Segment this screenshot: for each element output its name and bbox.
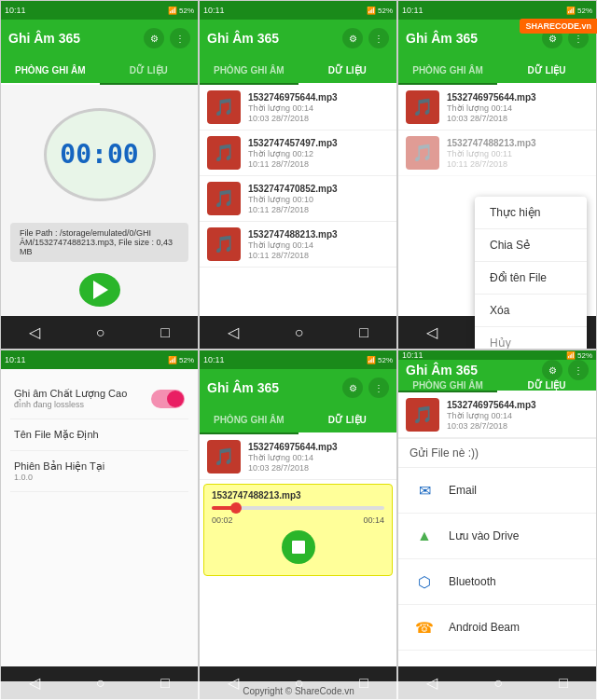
progress-knob[interactable] xyxy=(230,502,242,514)
app-title-6: Ghi Âm 365 xyxy=(406,363,478,377)
more-icon-5[interactable]: ⋮ xyxy=(368,377,389,398)
stop-button[interactable] xyxy=(282,530,315,564)
file-date: 10:03 28/7/2018 xyxy=(447,421,589,431)
share-email-label: Email xyxy=(449,484,477,497)
list-item[interactable]: 🎵 1532747488213.mp3 Thời lượng 00:14 10:… xyxy=(200,222,396,268)
home-btn-5[interactable]: ○ xyxy=(285,671,313,695)
timer-display: 00:00 xyxy=(60,139,138,170)
panel-settings: 10:11 📶 52% Ghi âm Chất Lượng Cao đỉnh đ… xyxy=(0,350,199,700)
total-time: 00:14 xyxy=(363,515,384,525)
tab-record-1[interactable]: PHÒNG GHI ÂM xyxy=(1,57,100,85)
recent-btn-1[interactable]: □ xyxy=(151,321,179,345)
status-bar-1: 10:11 📶 52% xyxy=(1,1,198,20)
context-cancel[interactable]: Hủy xyxy=(475,327,587,349)
back-btn-4[interactable]: ◁ xyxy=(20,670,49,695)
current-time: 00:02 xyxy=(212,515,233,525)
more-icon[interactable]: ⋮ xyxy=(170,28,190,48)
panel-context: 10:11 📶 52% Ghi Âm 365 ⚙ ⋮ PHÒNG GHI ÂM … xyxy=(397,0,597,350)
beam-icon: ☎ xyxy=(411,614,437,640)
file-details: 1532746975644.mp3 Thời lượng 00:14 10:03… xyxy=(248,442,389,473)
recent-btn-5[interactable]: □ xyxy=(350,671,378,695)
file-meta: Thời lượng 00:12 xyxy=(248,149,389,158)
home-btn-4[interactable]: ○ xyxy=(87,671,115,695)
settings-item-filename[interactable]: Tên File Mặc Định xyxy=(10,419,188,451)
bluetooth-icon: ⬡ xyxy=(411,569,437,595)
back-btn-5[interactable]: ◁ xyxy=(218,670,248,695)
list-item[interactable]: 🎵 1532746975644.mp3 Thời lượng 00:14 10:… xyxy=(200,85,396,130)
header-icons-3: ⚙ ⋮ xyxy=(542,28,589,48)
list-item[interactable]: 🎵 1532746975644.mp3 Thời lượng 00:14 10:… xyxy=(200,434,396,480)
home-btn-2[interactable]: ○ xyxy=(285,321,313,345)
context-delete[interactable]: Xóa xyxy=(475,295,587,327)
tab-record-5[interactable]: PHÒNG GHI ÂM xyxy=(200,406,298,434)
recent-btn-2[interactable]: □ xyxy=(350,321,378,345)
share-beam[interactable]: ☎ Android Beam xyxy=(398,605,596,651)
list-item[interactable]: 🎵 1532746975644.mp3 Thời lượng 00:14 10:… xyxy=(398,85,596,130)
settings-icon-2[interactable]: ⚙ xyxy=(342,28,363,48)
file-name: 1532747457497.mp3 xyxy=(248,138,389,148)
settings-icon[interactable]: ⚙ xyxy=(144,28,164,48)
progress-bar[interactable] xyxy=(212,506,384,510)
settings-label-filename: Tên File Mặc Định xyxy=(14,429,99,441)
file-name: 1532747470852.mp3 xyxy=(248,184,389,194)
share-email[interactable]: ✉ Email xyxy=(398,468,596,514)
recent-btn-6[interactable]: □ xyxy=(549,671,577,695)
settings-item-quality: Ghi âm Chất Lượng Cao đỉnh đang lossless xyxy=(10,378,188,419)
tab-data-2[interactable]: DỮ LIỆU xyxy=(298,57,397,85)
back-btn-2[interactable]: ◁ xyxy=(218,320,248,345)
panel-playing: 10:11 📶 52% Ghi Âm 365 ⚙ ⋮ PHÒNG GHI ÂM … xyxy=(199,350,397,700)
context-rename[interactable]: Đổi tên File xyxy=(475,262,587,295)
file-details: 1532747488213.mp3 Thời lượng 00:14 10:11… xyxy=(248,229,389,260)
header-icons-5: ⚙ ⋮ xyxy=(342,377,389,398)
play-button[interactable] xyxy=(79,273,120,307)
app-header-6: Ghi Âm 365 ⚙ ⋮ xyxy=(398,360,596,380)
file-meta: Thời lượng 00:11 xyxy=(447,149,589,158)
more-icon-3[interactable]: ⋮ xyxy=(568,28,589,48)
share-drive-label: Lưu vào Drive xyxy=(449,529,519,542)
avatar: 🎵 xyxy=(406,90,439,124)
back-btn-6[interactable]: ◁ xyxy=(417,670,447,695)
context-menu: Thực hiện Chia Sẻ Đổi tên File Xóa Hủy xyxy=(475,197,587,349)
settings-item-version: Phiên Bản Hiện Tại 1.0.0 xyxy=(10,451,188,492)
file-list-5: 🎵 1532746975644.mp3 Thời lượng 00:14 10:… xyxy=(200,434,396,699)
tab-record-3[interactable]: PHÒNG GHI ÂM xyxy=(398,57,497,85)
settings-icon-3[interactable]: ⚙ xyxy=(542,28,562,48)
file-details: 1532746975644.mp3 Thời lượng 00:14 10:03… xyxy=(447,400,589,431)
app-header-2: Ghi Âm 365 ⚙ ⋮ xyxy=(200,20,396,57)
context-play[interactable]: Thực hiện xyxy=(475,197,587,229)
app-title-2: Ghi Âm 365 xyxy=(207,31,279,46)
nav-bar-1: ◁ ○ □ xyxy=(1,316,198,349)
tab-data-1[interactable]: DỮ LIỆU xyxy=(100,57,199,85)
settings-icon-5[interactable]: ⚙ xyxy=(342,377,363,398)
nav-bar-5: ◁ ○ □ xyxy=(200,666,396,699)
tab-data-5[interactable]: DỮ LIỆU xyxy=(298,406,397,434)
tab-data-3[interactable]: DỮ LIỆU xyxy=(497,57,596,85)
list-item[interactable]: 🎵 1532747470852.mp3 Thời lượng 00:10 10:… xyxy=(200,176,396,222)
more-icon-6[interactable]: ⋮ xyxy=(568,360,589,380)
home-btn-6[interactable]: ○ xyxy=(484,671,512,695)
back-btn-3[interactable]: ◁ xyxy=(417,320,447,345)
status-bar-2: 10:11 📶 52% xyxy=(200,1,396,20)
back-btn-1[interactable]: ◁ xyxy=(20,320,49,345)
drive-icon: ▲ xyxy=(411,523,437,549)
home-btn-1[interactable]: ○ xyxy=(87,321,115,345)
file-list-2: 🎵 1532746975644.mp3 Thời lượng 00:14 10:… xyxy=(200,85,396,349)
share-bluetooth[interactable]: ⬡ Bluetooth xyxy=(398,559,596,605)
recent-btn-4[interactable]: □ xyxy=(151,671,179,695)
status-icons-5: 📶 52% xyxy=(367,356,393,364)
nav-bar-4: ◁ ○ □ xyxy=(1,666,198,699)
file-list-3: 🎵 1532746975644.mp3 Thời lượng 00:14 10:… xyxy=(398,85,596,349)
tab-data-6[interactable]: DỮ LIỆU xyxy=(497,380,596,392)
settings-icon-6[interactable]: ⚙ xyxy=(542,360,562,380)
quality-toggle[interactable] xyxy=(151,390,185,408)
list-item[interactable]: 🎵 1532747488213.mp3 Thời lượng 00:11 10:… xyxy=(398,130,596,176)
playing-item[interactable]: 1532747488213.mp3 00:02 00:14 xyxy=(203,484,393,576)
context-share[interactable]: Chia Sẻ xyxy=(475,229,587,262)
list-item[interactable]: 🎵 1532747457497.mp3 Thời lượng 00:12 10:… xyxy=(200,130,396,176)
share-drive[interactable]: ▲ Lưu vào Drive xyxy=(398,514,596,559)
tab-record-6[interactable]: PHÒNG GHI ÂM xyxy=(398,380,497,392)
list-item-top[interactable]: 🎵 1532746975644.mp3 Thời lượng 00:14 10:… xyxy=(398,392,596,439)
more-icon-2[interactable]: ⋮ xyxy=(368,28,389,48)
tab-record-2[interactable]: PHÒNG GHI ÂM xyxy=(200,57,298,85)
avatar: 🎵 xyxy=(207,227,241,261)
